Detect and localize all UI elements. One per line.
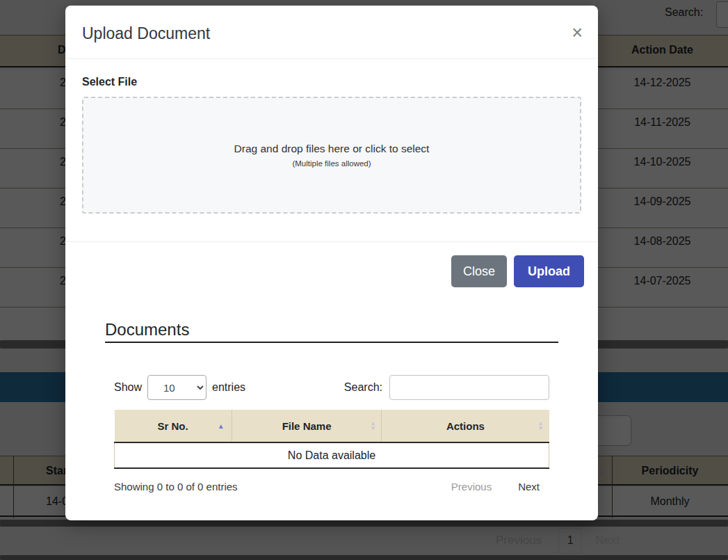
table-controls: Show 10 entries Search: (114, 375, 549, 400)
column-header-actions[interactable]: Actions ▲▼ (382, 410, 549, 442)
page-size-select[interactable]: 10 (147, 375, 207, 400)
column-header-sr-no[interactable]: Sr No. ▲ (115, 410, 232, 442)
close-button[interactable]: Close (451, 255, 507, 287)
sort-asc-icon: ▲ (218, 422, 225, 430)
documents-pagination: Previous Next (451, 481, 540, 493)
documents-section: Documents Show 10 entries Search: (105, 321, 558, 493)
table-info: Showing 0 to 0 of 0 entries (114, 481, 238, 493)
documents-table-wrapper: Show 10 entries Search: (105, 375, 558, 493)
documents-search-label: Search: (344, 381, 382, 394)
column-header-file-name[interactable]: File Name ▲▼ (232, 410, 382, 442)
documents-search: Search: (344, 375, 549, 400)
documents-table: Sr No. ▲ File Name ▲▼ Actions (114, 410, 549, 469)
entries-label: entries (212, 381, 245, 394)
column-label: Sr No. (158, 420, 188, 432)
documents-search-input[interactable] (389, 375, 549, 400)
modal-footer: Close Upload (65, 241, 598, 300)
no-data-cell: No Data available (115, 442, 549, 468)
dropzone-subtext: (Multiple files allowed) (292, 159, 371, 168)
empty-table-row: No Data available (115, 442, 549, 468)
close-icon[interactable]: × (572, 24, 583, 42)
modal-header: Upload Document × (65, 6, 598, 59)
file-dropzone[interactable]: Drag and drop files here or click to sel… (82, 97, 581, 214)
page-root: Search: D Action Date 2 14-12-2025 2 14-… (0, 0, 728, 560)
modal-body: Select File Drag and drop files here or … (65, 59, 598, 241)
previous-button[interactable]: Previous (451, 481, 492, 493)
sort-icon: ▲▼ (370, 421, 375, 431)
select-file-label: Select File (82, 76, 581, 88)
sort-icon: ▲▼ (538, 421, 544, 431)
next-button[interactable]: Next (518, 481, 540, 493)
upload-document-modal: Upload Document × Select File Drag and d… (65, 6, 598, 520)
dropzone-text: Drag and drop files here or click to sel… (234, 143, 430, 155)
page-length-control: Show 10 entries (114, 375, 245, 400)
column-label: Actions (446, 420, 485, 432)
table-info-row: Showing 0 to 0 of 0 entries Previous Nex… (114, 481, 549, 493)
upload-button[interactable]: Upload (514, 255, 584, 287)
modal-title: Upload Document (82, 24, 210, 42)
documents-heading: Documents (105, 321, 558, 343)
column-label: File Name (282, 420, 332, 432)
show-label: Show (114, 381, 142, 394)
